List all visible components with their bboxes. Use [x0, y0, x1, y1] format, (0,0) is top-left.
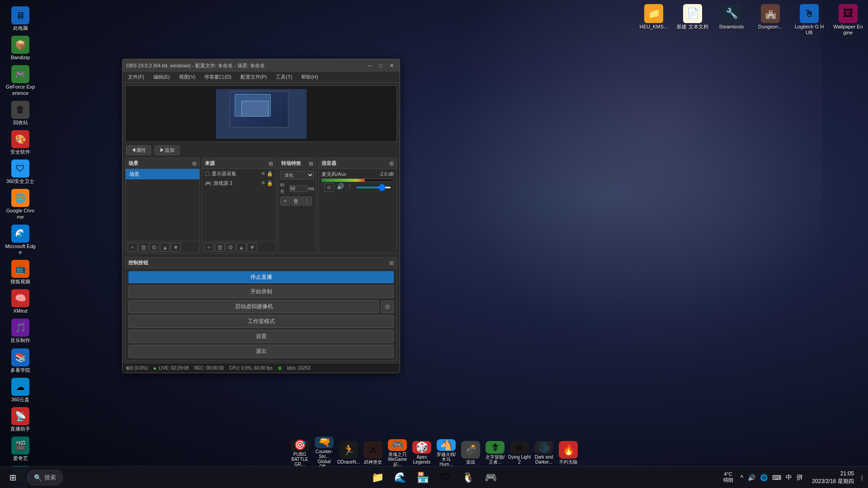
- dock-apex[interactable]: 🎲 Apex Legends: [410, 441, 434, 465]
- desktop-icon-music[interactable]: 🎵 音乐制作: [3, 317, 38, 345]
- source-down-btn[interactable]: ▼: [247, 243, 257, 252]
- dock-adventure[interactable]: 🗡 文字冒险/ 王者...: [483, 441, 507, 465]
- source-remove-btn[interactable]: 🗑: [215, 243, 225, 252]
- desktop-icon-sohu[interactable]: 📺 搜狐视频: [3, 258, 38, 286]
- menu-help[interactable]: 帮助(H): [297, 73, 321, 81]
- dock-wegame[interactable]: 🎮 英魂之刃 WeGame起...: [386, 441, 409, 465]
- scene-item[interactable]: 场景: [126, 169, 199, 179]
- source-check-2[interactable]: 🎮: [205, 180, 212, 187]
- filter-button[interactable]: ◀属性: [126, 145, 151, 155]
- source-lock-2[interactable]: 🔒: [267, 180, 273, 186]
- menu-profile[interactable]: 配置文件(P): [237, 73, 271, 81]
- tr-heu[interactable]: 📁 HEU_KMS...: [636, 2, 671, 32]
- taskbar-search[interactable]: 🔍 搜索: [27, 470, 63, 485]
- tr-dungeon[interactable]: 🏰 Dungeon...: [753, 2, 788, 32]
- menu-file[interactable]: 文件(F): [124, 73, 148, 81]
- tray-ime-pin[interactable]: 拼: [795, 472, 805, 483]
- source-eye-2[interactable]: 👁: [261, 180, 266, 186]
- stop-live-button[interactable]: 停止直播: [128, 271, 394, 283]
- start-button[interactable]: ⊞: [4, 469, 22, 487]
- scene-panel-icon[interactable]: ⊞: [192, 160, 197, 167]
- settings-button[interactable]: 设置: [128, 330, 394, 343]
- transition-panel-icon[interactable]: ⊞: [309, 160, 313, 167]
- add-button[interactable]: ▶追加: [155, 145, 179, 155]
- tb-edge[interactable]: 🌊: [390, 468, 410, 488]
- dock-muma[interactable]: 🐴 穿越火线/ 木马 Hum...: [434, 441, 458, 465]
- mixer-volume-icon[interactable]: 🔊: [335, 183, 346, 192]
- close-button[interactable]: ✕: [387, 61, 396, 70]
- source-add-btn[interactable]: +: [204, 243, 214, 252]
- desktop-icon-bandizip[interactable]: 📦 Bandizip: [3, 34, 38, 62]
- mixer-volume-slider[interactable]: [356, 187, 391, 188]
- tr-wallpaper[interactable]: 🖼 Wallpaper Engine: [830, 2, 866, 38]
- dock-ddrace[interactable]: 🏃 DDraceN...: [337, 441, 360, 465]
- tr-logitech[interactable]: 🖱 Logitech G HUB: [792, 2, 827, 38]
- mixer-settings-btn[interactable]: ⚙: [324, 183, 334, 192]
- source-item-display[interactable]: ☐ 显示器采集 👁 🔒: [202, 169, 276, 178]
- trans-more-btn[interactable]: ⋮: [302, 197, 312, 206]
- dock-nowuhuxiao[interactable]: 🔥 不朽无隔: [557, 441, 580, 465]
- tb-store[interactable]: 🏪: [413, 468, 433, 488]
- source-check-1[interactable]: ☐: [205, 171, 210, 177]
- tray-chevron[interactable]: ^: [739, 472, 745, 483]
- dock-reverse[interactable]: 💣 逆战: [459, 441, 482, 465]
- tray-keyboard[interactable]: ⌨: [770, 472, 783, 483]
- scene-down-btn[interactable]: ▼: [171, 243, 181, 252]
- hotkey-panel-icon[interactable]: ⊞: [389, 260, 394, 266]
- scene-remove-btn[interactable]: 🗑: [138, 243, 148, 252]
- dock-cs[interactable]: 🔫 Counter-Stri... Global Off...: [312, 441, 336, 465]
- tray-ime-zh[interactable]: 中: [784, 472, 794, 483]
- taskbar-weather[interactable]: 4°C 晴朗: [722, 471, 735, 483]
- studio-mode-button[interactable]: 工作室模式: [128, 315, 394, 328]
- virtual-cam-button[interactable]: 启动虚拟摄像机: [128, 300, 379, 313]
- desktop-icon-chrome[interactable]: 🌐 Google Chrome: [3, 187, 38, 221]
- start-record-button[interactable]: 开始录制: [128, 285, 394, 298]
- source-eye-1[interactable]: 👁: [261, 171, 266, 177]
- source-settings-btn[interactable]: ⚙: [226, 243, 236, 252]
- menu-edit[interactable]: 编辑(E): [150, 73, 174, 81]
- tb-steam[interactable]: 🎮: [481, 468, 500, 488]
- desktop-icon-geforce[interactable]: 🎮 GeForce Experience: [3, 63, 38, 98]
- minimize-button[interactable]: ─: [365, 61, 374, 70]
- tb-files[interactable]: 📁: [368, 468, 387, 488]
- source-item-game[interactable]: 🎮 游戏源 2 👁 🔒: [202, 178, 276, 188]
- mixer-panel-icon[interactable]: ⊞: [389, 160, 394, 167]
- desktop-icon-mypc[interactable]: 🖥 此电脑: [3, 5, 38, 33]
- scene-up-btn[interactable]: ▲: [160, 243, 170, 252]
- trans-remove-btn[interactable]: 🗑: [291, 197, 301, 206]
- virtual-cam-settings[interactable]: ⚙: [381, 300, 394, 313]
- dock-pubg[interactable]: 🎯 PUBG BATTLE GR...: [288, 441, 311, 465]
- show-desktop-btn[interactable]: |: [859, 474, 864, 481]
- tb-qq[interactable]: 🐧: [458, 468, 478, 488]
- desktop-icon-xmind[interactable]: 🧠 XMind: [3, 287, 38, 316]
- duration-input[interactable]: [289, 185, 307, 192]
- dock-warrior[interactable]: ⚔ 武神堡垒: [361, 441, 385, 465]
- scene-add-btn[interactable]: +: [127, 243, 137, 252]
- desktop-icon-adobe[interactable]: 🎨 安全软件: [3, 128, 38, 157]
- menu-dock[interactable]: 停靠窗口(D): [201, 73, 235, 81]
- dock-dyinglight[interactable]: ☠ Dying Light 2: [508, 441, 531, 465]
- mixer-more-btn[interactable]: ⋮: [347, 183, 353, 192]
- menu-tools[interactable]: 工具(T): [272, 73, 296, 81]
- desktop-icon-duokan[interactable]: 📚 多看学院: [3, 347, 38, 375]
- tray-network[interactable]: 🌐: [758, 472, 769, 483]
- desktop-icon-360[interactable]: 🛡 360安全卫士: [3, 158, 38, 186]
- desktop-icon-edge[interactable]: 🌊 Microsoft Edge: [3, 223, 38, 257]
- tr-notepad[interactable]: 📄 新建 文本文档: [675, 2, 710, 32]
- dock-darkdarker[interactable]: 🌑 Dark and Darker...: [532, 441, 556, 465]
- maximize-button[interactable]: □: [376, 61, 385, 70]
- clock[interactable]: 21:05 2023/2/16 星期四: [808, 470, 858, 485]
- desktop-icon-live[interactable]: 📡 直播助手: [3, 405, 38, 434]
- source-panel-icon[interactable]: ⊞: [269, 160, 273, 167]
- tray-volume[interactable]: 🔊: [746, 472, 757, 483]
- scene-filter-btn[interactable]: ⚙: [149, 243, 159, 252]
- menu-view[interactable]: 视图(V): [175, 73, 199, 81]
- desktop-icon-recycle[interactable]: 🗑 回收站: [3, 99, 38, 127]
- source-up-btn[interactable]: ▲: [236, 243, 246, 252]
- trans-add-btn[interactable]: +: [280, 197, 290, 206]
- quit-button[interactable]: 退出: [128, 345, 394, 358]
- transition-type-select[interactable]: 淡化: [280, 171, 314, 179]
- tr-steamtools[interactable]: 🔧 Steamtools: [714, 2, 749, 32]
- desktop-icon-cloud[interactable]: ☁ 360云盘: [3, 376, 38, 404]
- source-lock-1[interactable]: 🔒: [267, 171, 273, 177]
